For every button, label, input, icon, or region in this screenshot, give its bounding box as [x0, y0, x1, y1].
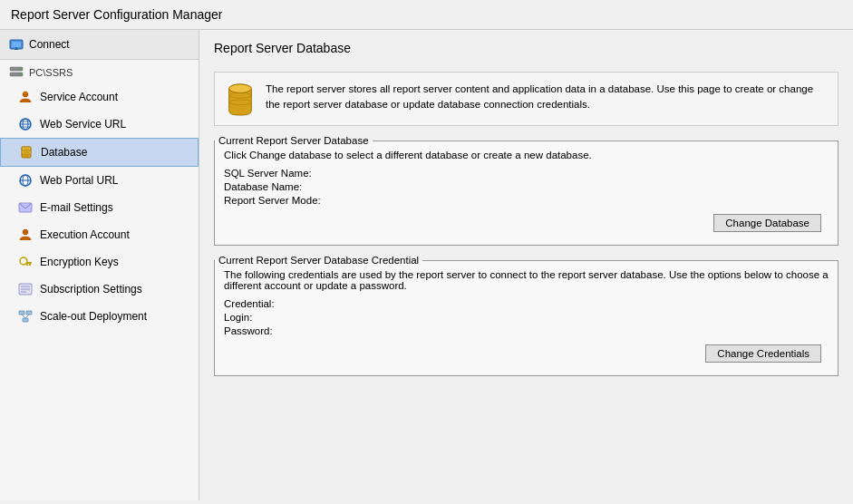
sidebar-item-label-web-service-url: Web Service URL: [40, 118, 126, 131]
sidebar-item-service-account[interactable]: Service Account: [0, 83, 199, 111]
change-database-button[interactable]: Change Database: [713, 214, 821, 232]
sidebar-item-label-execution-account: Execution Account: [40, 228, 130, 241]
info-section: The report server stores all report serv…: [214, 72, 838, 126]
svg-point-25: [23, 229, 28, 235]
server-name-label: PC\SSRS: [29, 67, 73, 78]
sidebar-item-email-settings[interactable]: E-mail Settings: [0, 194, 199, 221]
sidebar-item-encryption-keys[interactable]: Encryption Keys: [0, 248, 199, 276]
database-icon: [19, 145, 34, 160]
sidebar-item-label-email-settings: E-mail Settings: [40, 201, 113, 214]
subscription-settings-icon: [18, 282, 33, 296]
sidebar-item-scale-out-deployment[interactable]: Scale-out Deployment: [0, 303, 199, 330]
svg-line-38: [25, 315, 29, 318]
sidebar-item-label-web-portal-url: Web Portal URL: [40, 174, 118, 187]
svg-point-26: [20, 257, 27, 265]
sidebar-item-label-scale-out-deployment: Scale-out Deployment: [40, 310, 147, 323]
credential-note: The following credentials are used by th…: [224, 269, 829, 291]
svg-rect-35: [26, 311, 32, 315]
service-account-icon: [18, 90, 33, 104]
sidebar-item-database[interactable]: Database: [0, 138, 199, 167]
sidebar-item-label-subscription-settings: Subscription Settings: [40, 283, 142, 296]
encryption-keys-icon: [18, 255, 33, 269]
svg-point-41: [229, 84, 252, 92]
scale-out-deployment-icon: [18, 309, 33, 324]
info-text: The report server stores all report serv…: [266, 82, 827, 113]
sidebar-item-subscription-settings[interactable]: Subscription Settings: [0, 276, 199, 303]
credential-section: Current Report Server Database Credentia…: [214, 255, 838, 376]
change-credentials-button[interactable]: Change Credentials: [705, 344, 821, 363]
database-cylinder-icon: [226, 83, 255, 116]
current-db-note: Click Change database to select a differ…: [224, 150, 829, 160]
svg-point-2: [15, 47, 17, 49]
password-label: Password:: [224, 325, 273, 336]
database-name-label: Database Name:: [224, 181, 302, 192]
execution-account-icon: [18, 228, 33, 242]
login-row: Login:: [224, 312, 829, 323]
current-db-section: Current Report Server Database Click Cha…: [214, 135, 838, 246]
sidebar: Connect PC\SSRS Service Account: [0, 30, 199, 500]
svg-rect-36: [23, 318, 28, 322]
sidebar-item-execution-account[interactable]: Execution Account: [0, 221, 199, 248]
credential-legend: Current Report Server Database Credentia…: [215, 255, 422, 266]
sidebar-item-web-portal-url[interactable]: Web Portal URL: [0, 167, 199, 194]
svg-rect-34: [19, 311, 24, 315]
server-name-item: PC\SSRS: [0, 60, 199, 83]
svg-rect-9: [23, 92, 28, 93]
sidebar-item-label-service-account: Service Account: [40, 91, 118, 103]
password-row: Password:: [224, 325, 829, 336]
database-name-row: Database Name:: [224, 181, 829, 192]
svg-point-8: [23, 92, 28, 97]
report-server-mode-label: Report Server Mode:: [224, 195, 321, 206]
svg-rect-1: [12, 42, 21, 47]
sidebar-item-label-database: Database: [41, 146, 87, 159]
credential-label: Credential:: [224, 298, 275, 309]
sidebar-item-web-service-url[interactable]: Web Service URL: [0, 111, 199, 138]
svg-point-7: [19, 73, 21, 75]
svg-rect-29: [26, 264, 28, 266]
main-content: Report Server Database The report server…: [199, 30, 853, 500]
svg-rect-28: [29, 264, 31, 266]
svg-rect-27: [26, 262, 32, 264]
connect-button[interactable]: Connect: [0, 30, 199, 60]
sql-server-name-row: SQL Server Name:: [224, 168, 829, 179]
report-server-mode-row: Report Server Mode:: [224, 195, 829, 206]
login-label: Login:: [224, 312, 252, 323]
svg-line-37: [22, 315, 25, 318]
sidebar-item-label-encryption-keys: Encryption Keys: [40, 256, 119, 268]
page-title: Report Server Database: [214, 41, 838, 61]
connect-icon: [9, 37, 24, 52]
sql-server-name-label: SQL Server Name:: [224, 168, 312, 179]
web-service-url-icon: [18, 117, 33, 131]
web-portal-url-icon: [18, 173, 33, 188]
app-title: Report Server Configuration Manager: [11, 7, 222, 22]
title-bar: Report Server Configuration Manager: [0, 0, 853, 30]
connect-label: Connect: [29, 38, 70, 51]
current-db-legend: Current Report Server Database: [215, 135, 373, 146]
email-settings-icon: [18, 200, 33, 215]
svg-rect-3: [15, 49, 18, 50]
server-icon: [9, 65, 24, 80]
svg-point-6: [19, 68, 21, 70]
credential-row: Credential:: [224, 298, 829, 309]
